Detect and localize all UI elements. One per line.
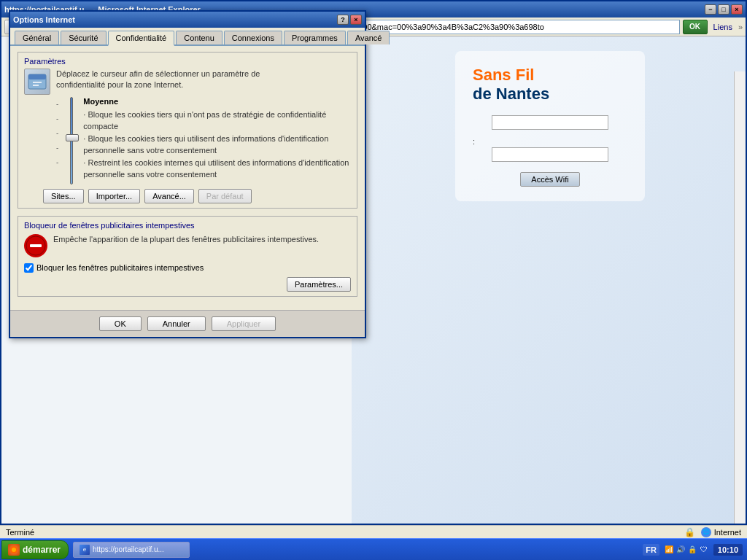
systray-security-icon: 🔒 (687, 545, 697, 555)
browser-minimize-button[interactable]: − (705, 4, 716, 15)
portal-card: Sans Fil de Nantes : Accès Wifi (455, 51, 645, 201)
systray-network-icon: 📶 (664, 545, 674, 555)
portal-background: Sans Fil de Nantes : Accès Wifi (352, 36, 746, 524)
portal-title-line1: Sans Fil (473, 66, 627, 85)
popup-inner: Empêche l'apparition de la plupart des f… (24, 234, 351, 257)
browser-scrollbar[interactable] (734, 71, 746, 524)
go-button[interactable]: OK (683, 20, 708, 34)
portal-password-label: : (473, 137, 627, 146)
dialog-tabs: Général Sécurité Confidentialité Contenu… (10, 28, 365, 46)
lock-icon: 🔒 (684, 527, 695, 537)
status-text: Terminé (6, 528, 34, 537)
systray-antivirus-icon: 🛡 (699, 545, 709, 555)
start-icon (8, 544, 20, 556)
popup-checkbox[interactable] (24, 263, 34, 273)
dialog-content: Paramètres Déplacez le curseur afin de s… (10, 46, 365, 310)
dash1: - (56, 97, 58, 112)
svg-point-7 (12, 548, 16, 552)
slider-content: Moyenne · Bloque les cookies tiers qui n… (83, 97, 351, 184)
tab-connexions[interactable]: Connexions (224, 31, 282, 44)
params-description: Déplacez le curseur afin de sélectionner… (56, 69, 351, 91)
svg-rect-1 (28, 74, 46, 79)
systray-icons: 📶 🔊 🔒 🛡 (664, 545, 709, 555)
tab-contenu[interactable]: Contenu (176, 31, 222, 44)
browser-window-controls: − □ × (705, 4, 743, 15)
svg-rect-5 (30, 244, 42, 247)
status-right: 🔒 🌐 Internet (684, 527, 741, 537)
dialog-title: Options Internet (13, 15, 337, 24)
slider-thumb[interactable] (66, 134, 79, 141)
zone-text: Internet (714, 528, 741, 537)
tab-securite[interactable]: Sécurité (61, 31, 106, 44)
start-button[interactable]: démarrer (1, 540, 69, 559)
slider-section: - - - - - (56, 97, 351, 184)
options-internet-dialog: Options Internet ? × Général Sécurité Co… (9, 10, 366, 338)
privacy-rule-1: · Bloque les cookies tiers qui n'ont pas… (83, 109, 351, 133)
sites-button[interactable]: Sites... (43, 189, 84, 203)
maximize-icon: □ (721, 6, 725, 13)
tab-confidentialite[interactable]: Confidentialité (108, 31, 175, 46)
zone-globe-icon: 🌐 (701, 527, 711, 537)
taskbar-app-label: https://portailcaptif.u... (93, 545, 164, 553)
params-inner: Déplacez le curseur afin de sélectionner… (24, 69, 351, 184)
privacy-slider[interactable] (64, 97, 79, 184)
privacy-rule-3: · Restreint les cookies internes qui uti… (83, 157, 351, 181)
dialog-close-button[interactable]: × (350, 15, 362, 25)
language-indicator: FR (643, 544, 659, 556)
start-label: démarrer (23, 545, 61, 555)
avance-button[interactable]: Avancé... (144, 189, 194, 203)
tab-avance[interactable]: Avancé (347, 31, 390, 44)
tab-general[interactable]: Général (15, 31, 59, 44)
dialog-close-icon: × (354, 16, 357, 23)
systray-volume-icon: 🔊 (676, 545, 686, 555)
popup-block-icon (24, 234, 47, 257)
params-group: Paramètres Déplacez le curseur afin de s… (18, 52, 357, 209)
privacy-rule-2: · Bloque les cookies tiers qui utilisent… (83, 133, 351, 157)
popup-checkbox-label: Bloquer les fenêtres publicitaires intem… (36, 263, 204, 272)
taskbar-app-browser[interactable]: e https://portailcaptif.u... (73, 542, 190, 558)
browser-app-icon: e (80, 545, 90, 555)
dialog-titlebar: Options Internet ? × (10, 12, 365, 28)
links-arrow: » (738, 23, 743, 31)
dialog-footer: OK Annuler Appliquer (10, 310, 365, 337)
privacy-level: Moyenne (83, 97, 351, 106)
browser-close-button[interactable]: × (731, 4, 743, 15)
dash3: - (56, 126, 58, 141)
system-clock: 10:10 (713, 544, 743, 556)
portal-username-input[interactable] (492, 115, 608, 130)
par-defaut-button[interactable]: Par défaut (198, 189, 252, 203)
dash4: - (56, 141, 58, 155)
ok-button[interactable]: OK (99, 316, 142, 331)
status-bar: Terminé 🔒 🌐 Internet (0, 525, 747, 538)
params-icon (24, 69, 50, 95)
browser-maximize-button[interactable]: □ (718, 4, 729, 15)
popup-text-area: Empêche l'apparition de la plupart des f… (53, 234, 319, 245)
params-button-row: Sites... Importer... Avancé... Par défau… (24, 189, 351, 203)
popup-settings-row: Paramètres... (24, 277, 351, 292)
links-button[interactable]: Liens (711, 23, 735, 31)
importer-button[interactable]: Importer... (88, 189, 141, 203)
help-icon: ? (341, 16, 345, 23)
dash5: - (56, 155, 58, 170)
portal-title-line2: de Nantes (473, 85, 627, 104)
zone-indicator: 🌐 Internet (701, 527, 741, 537)
appliquer-button[interactable]: Appliquer (212, 316, 276, 331)
close-icon: × (735, 6, 738, 13)
popup-settings-button[interactable]: Paramètres... (287, 277, 351, 292)
popup-checkbox-row: Bloquer les fenêtres publicitaires intem… (24, 263, 351, 273)
dialog-overlay: Options Internet ? × Général Sécurité Co… (0, 0, 372, 386)
annuler-button[interactable]: Annuler (147, 316, 206, 331)
taskbar-right: FR 📶 🔊 🔒 🛡 10:10 (643, 544, 747, 556)
tab-programmes[interactable]: Programmes (284, 31, 346, 44)
minimize-icon: − (708, 6, 712, 13)
dialog-controls: ? × (337, 15, 362, 25)
acces-wifi-button[interactable]: Accès Wifi (520, 172, 579, 187)
popup-blocker-group: Bloqueur de fenêtres publicitaires intem… (18, 216, 357, 297)
params-group-label: Paramètres (24, 57, 351, 66)
taskbar: démarrer e https://portailcaptif.u... FR… (0, 538, 747, 560)
slider-bar (70, 97, 73, 184)
dash2: - (56, 112, 58, 126)
portal-password-input[interactable] (492, 147, 608, 162)
dialog-help-button[interactable]: ? (337, 15, 349, 25)
popup-group-title: Bloqueur de fenêtres publicitaires intem… (24, 221, 351, 230)
